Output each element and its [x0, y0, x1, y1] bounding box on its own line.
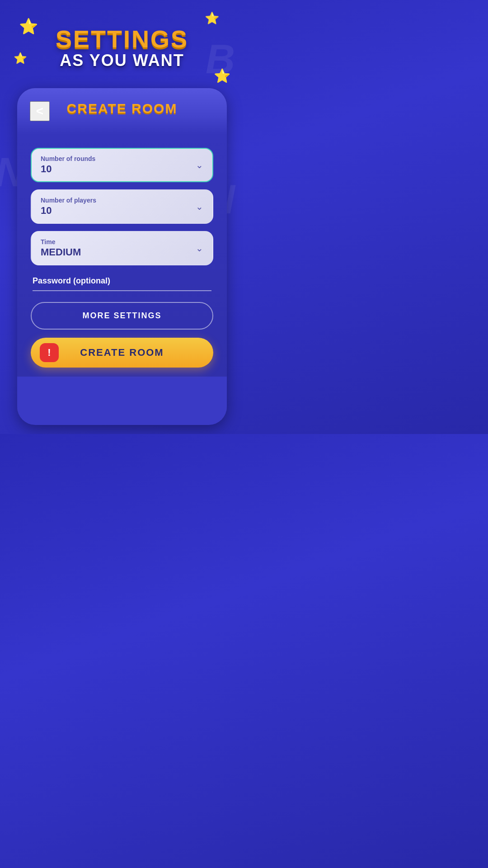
- players-chevron-icon: ⌄: [196, 201, 203, 212]
- players-label: Number of players: [41, 197, 203, 204]
- password-label: Password (optional): [33, 276, 211, 286]
- time-dropdown[interactable]: Time MEDIUM ⌄: [31, 231, 213, 265]
- rounds-field-group: Number of rounds 10 ⌄: [31, 148, 213, 182]
- rounds-label: Number of rounds: [41, 155, 203, 162]
- more-settings-button[interactable]: MORE SETTINGS: [31, 302, 213, 330]
- players-dropdown[interactable]: Number of players 10 ⌄: [31, 189, 213, 224]
- create-room-label: CREATE ROOM: [80, 347, 164, 359]
- card-header-title: CREATE ROOM: [31, 101, 213, 116]
- players-field-group: Number of players 10 ⌄: [31, 189, 213, 224]
- title-area: SETTINGS AS YOU WANT: [0, 0, 244, 70]
- card-body-scroll: Number of rounds 10 ⌄ Number of players …: [17, 134, 227, 424]
- password-underline: [33, 290, 211, 291]
- title-subtitle: AS YOU WANT: [0, 51, 244, 70]
- rounds-value: 10: [41, 163, 203, 175]
- time-value: MEDIUM: [41, 246, 203, 258]
- rounds-dropdown[interactable]: Number of rounds 10 ⌄: [31, 148, 213, 182]
- title-settings: SETTINGS: [0, 25, 244, 53]
- card-body: Number of rounds 10 ⌄ Number of players …: [17, 134, 227, 377]
- rounds-chevron-icon: ⌄: [196, 160, 203, 170]
- star-decoration-4: ⭐: [214, 68, 230, 84]
- time-chevron-icon: ⌄: [196, 243, 203, 254]
- players-value: 10: [41, 205, 203, 217]
- time-field-group: Time MEDIUM ⌄: [31, 231, 213, 265]
- warning-badge-icon: !: [40, 343, 59, 362]
- create-room-button[interactable]: ! CREATE ROOM: [31, 338, 213, 368]
- back-button[interactable]: <: [30, 101, 50, 121]
- password-section: Password (optional): [31, 276, 213, 291]
- main-card: < CREATE ROOM Number of rounds 10 ⌄ Numb…: [17, 88, 227, 425]
- time-label: Time: [41, 238, 203, 245]
- card-header: < CREATE ROOM: [17, 88, 227, 134]
